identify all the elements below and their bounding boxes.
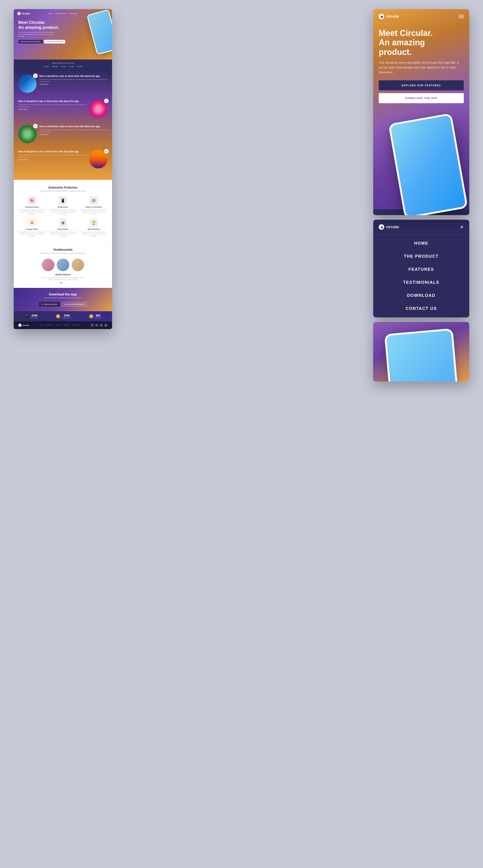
mobile-nav-header: circular ✕ <box>373 220 469 235</box>
download-subtitle: Take is available for smartphones and as… <box>18 297 107 299</box>
feature-card-customize: ⚙️ Easy to Customize This should be a de… <box>80 196 107 215</box>
desktop-logo: circular <box>18 12 30 15</box>
facebook-icon[interactable]: f <box>91 323 94 327</box>
footer-logo-text: circular <box>23 324 29 326</box>
nav-product[interactable]: THE PRODUCT <box>55 13 67 14</box>
awesome-features-title: Awesome Features <box>18 186 107 189</box>
mobile-panels: circular Meet Circular. An amazing produ… <box>373 9 469 381</box>
feature-3-text: Here it should be a two or three lines t… <box>39 125 107 135</box>
googleplus-icon[interactable]: g+ <box>104 323 107 327</box>
mobile-nav-product[interactable]: THE PRODUCT <box>373 250 469 263</box>
hamburger-menu-icon[interactable] <box>459 15 464 18</box>
logo-google: Google <box>43 66 49 67</box>
fans-label: Happy Fans <box>95 317 101 318</box>
download-button[interactable]: DOWNLOAD THE APP <box>44 40 65 43</box>
customize-desc: This should be a description of the feat… <box>80 209 107 215</box>
nav-features[interactable]: FEATURES <box>69 13 77 14</box>
mobile-explore-button[interactable]: EXPLORE OUR FEATURES <box>379 80 464 90</box>
mobile-hero-content: Meet Circular. An amazing product. This … <box>373 24 469 113</box>
feature-item-1: 01 Here it should be a two or three line… <box>18 74 107 93</box>
fonts-icon: A <box>28 219 36 227</box>
feature-3-badge: 03 <box>33 124 38 128</box>
responsive-desc: This should be a description of the feat… <box>49 209 76 215</box>
downloads-icon: 📱 <box>25 314 29 318</box>
footer-contact[interactable]: CONTACT US <box>72 324 79 326</box>
fonts-title: Google Fonts <box>18 228 46 230</box>
footer-features[interactable]: FEATURES <box>56 324 62 326</box>
dot-3[interactable] <box>64 282 66 283</box>
twitter-icon[interactable]: t <box>95 323 98 327</box>
hamburger-line-2 <box>459 16 464 17</box>
android-icon: ▶ <box>65 304 66 305</box>
dot-2[interactable] <box>62 282 64 283</box>
responsive-title: Responsive <box>49 206 76 208</box>
explore-button[interactable]: EXPLORE OUR FEATURES <box>18 40 43 43</box>
feature-1-desc: This should be some description text to … <box>39 79 107 83</box>
customize-icon: ⚙️ <box>90 196 98 205</box>
mobile-nav-download[interactable]: DOWNLOAD <box>373 289 469 302</box>
feature-4-image-wrap: 04 <box>89 150 107 168</box>
mobile-nav-logo-text: circular <box>386 225 399 229</box>
feature-1-learn-more[interactable]: LEARN MORE → <box>39 84 107 85</box>
feature-2-badge: 02 <box>104 99 109 103</box>
avatar-3 <box>72 258 84 271</box>
pixel-desc: This should be a description of the feat… <box>49 231 76 237</box>
avatar-1 <box>42 258 55 271</box>
customer-logos: Google dribbble Nucleo envato Spotify <box>18 66 107 67</box>
testimonial-avatars <box>18 258 107 271</box>
fonts-desc: This should be a description of the feat… <box>18 231 46 237</box>
close-menu-icon[interactable]: ✕ <box>460 224 464 230</box>
android-download-button[interactable]: ▶ CIRCULAR FOR ANDROID <box>62 302 87 307</box>
feature-1-title: Here it should be a two or three lines t… <box>39 74 107 78</box>
customers-title: Happy customers using Circular <box>18 62 107 64</box>
stat-fans: 😊 80k Happy Fans <box>89 314 101 318</box>
feature-2-text: Here it should be a two or three lines t… <box>18 100 87 110</box>
fans-number: 80k <box>95 314 101 317</box>
mobile-nav-features[interactable]: FEATURES <box>373 263 469 276</box>
platform-desc: This should be a description of the feat… <box>80 231 107 237</box>
mobile-nav-testimonials[interactable]: TESTIMONIALS <box>373 276 469 289</box>
mobile-nav-home[interactable]: HOME <box>373 237 469 250</box>
fans-icon: 😊 <box>89 314 94 318</box>
mobile-download-button[interactable]: DOWNLOAD THE APP <box>379 93 464 103</box>
feature-2-title: Here it should be a two or three lines t… <box>18 100 87 103</box>
feature-4-learn-more[interactable]: LEARN MORE → <box>18 159 87 160</box>
ios-label: CIRCULAR FOR IOS <box>44 304 57 305</box>
download-section: Download the App Take is available for s… <box>14 288 112 311</box>
downloads-label: App Downloads <box>31 317 39 318</box>
footer-home[interactable]: HOME <box>40 324 44 326</box>
feature-3-learn-more[interactable]: LEARN MORE → <box>39 134 107 135</box>
footer-links: HOME THE PRODUCT FEATURES DOWNLOAD CONTA… <box>40 324 79 326</box>
responsive-icon: 📱 <box>59 196 67 205</box>
feature-4-title: Here it should be a two or three lines t… <box>18 150 87 153</box>
feature-4-desc: This should be some description text to … <box>18 154 87 158</box>
nav-links: HOME THE PRODUCT FEATURES <box>48 13 77 14</box>
linkedin-icon[interactable]: in <box>100 323 103 327</box>
customers-label: Satisfied Customers <box>62 317 72 318</box>
awesome-features-subtitle: This should be some short description to… <box>18 190 107 192</box>
feature-1-text: Here it should be a two or three lines t… <box>39 74 107 85</box>
desktop-panel: circular HOME THE PRODUCT FEATURES CONTA… <box>14 9 112 329</box>
mobile-nav-contact[interactable]: CONTACT US <box>373 302 469 315</box>
hero-description: You should be some description text to b… <box>18 31 55 37</box>
footer-download[interactable]: DOWNLOAD <box>63 324 70 326</box>
dot-1[interactable] <box>60 282 62 283</box>
avatar-2 <box>57 258 69 271</box>
android-label: CIRCULAR FOR ANDROID <box>67 304 84 305</box>
footer-product[interactable]: THE PRODUCT <box>45 324 54 326</box>
ios-download-button[interactable]: 🍎 CIRCULAR FOR IOS <box>39 302 60 307</box>
logo-dribbble: dribbble <box>52 66 58 67</box>
mobile-logo: circular <box>379 14 399 19</box>
feature-2-image-wrap: 02 <box>89 100 107 118</box>
mobile-nav-logo-icon <box>379 224 384 230</box>
feature-4-badge: 04 <box>104 149 109 154</box>
testimonial-quote: Circular is simply amazing. I've been us… <box>40 277 86 281</box>
feature-4-text: Here it should be a two or three lines t… <box>18 150 87 160</box>
partial-phone-mockup <box>384 328 458 381</box>
colors-title: Amazing Colors <box>18 206 46 208</box>
feature-card-colors: 🎨 Amazing Colors This should be a descri… <box>18 196 46 215</box>
testimonials-subtitle: This should be some short description to… <box>18 252 107 254</box>
feature-2-learn-more[interactable]: LEARN MORE → <box>18 109 87 110</box>
nav-home[interactable]: HOME <box>48 13 53 14</box>
logo-icon <box>18 12 21 15</box>
